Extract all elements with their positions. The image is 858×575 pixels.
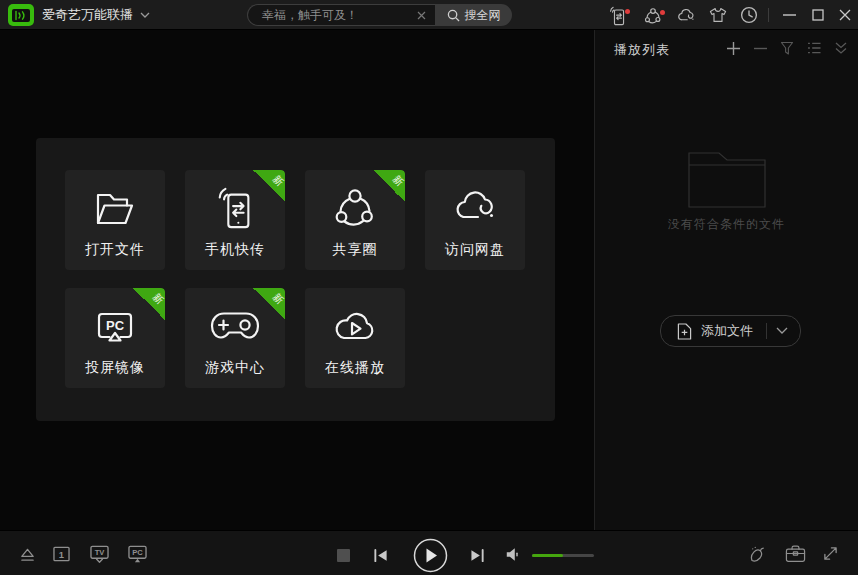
tile-open-file[interactable]: 打开文件: [65, 170, 165, 270]
maximize-button[interactable]: [812, 9, 824, 21]
tile-game-center[interactable]: 游戏中心 新: [185, 288, 285, 388]
volume-fill: [532, 554, 563, 557]
playback-speed-icon[interactable]: 1: [53, 546, 70, 562]
eject-icon[interactable]: [19, 547, 36, 562]
titlebar: 爱奇艺万能联播 幸福，触手可及！ 搜全网: [0, 0, 858, 30]
volume-slider[interactable]: [532, 554, 594, 557]
tile-label: 手机快传: [185, 241, 285, 259]
search-button-label: 搜全网: [465, 7, 501, 24]
tile-screen-mirror[interactable]: PC 投屏镜像 新: [65, 288, 165, 388]
search-input[interactable]: 幸福，触手可及！: [247, 4, 435, 26]
close-button[interactable]: [839, 9, 851, 21]
fullscreen-icon[interactable]: [823, 546, 838, 561]
new-badge: 新: [133, 288, 165, 320]
notification-dot: [660, 10, 665, 15]
tv-cast-icon[interactable]: TV: [90, 545, 109, 563]
titlebar-divider: [768, 8, 769, 22]
speaker-icon[interactable]: [505, 547, 521, 562]
add-file-label: 添加文件: [701, 322, 753, 340]
double-chevron-down-icon[interactable]: [834, 41, 848, 55]
tile-label: 投屏镜像: [65, 359, 165, 377]
play-button[interactable]: [413, 538, 448, 573]
chevron-down-icon[interactable]: [776, 327, 788, 335]
tile-label: 访问网盘: [425, 241, 525, 259]
playlist-empty-state: 没有符合条件的文件: [595, 148, 858, 233]
minimize-button[interactable]: [783, 14, 796, 16]
empty-folder-icon: [688, 148, 766, 208]
app-title: 爱奇艺万能联播: [42, 6, 133, 24]
list-view-icon[interactable]: [807, 41, 821, 55]
toolbox-icon[interactable]: [785, 544, 806, 563]
add-file-button[interactable]: 添加文件: [660, 315, 801, 347]
new-badge: 新: [373, 170, 405, 202]
app-window: 爱奇艺万能联播 幸福，触手可及！ 搜全网: [0, 0, 858, 575]
tile-label: 共享圈: [305, 241, 405, 259]
chevron-down-icon: [140, 12, 150, 19]
pepper-icon[interactable]: [749, 545, 765, 563]
skin-shirt-icon[interactable]: [709, 7, 727, 23]
tile-cloud-disk[interactable]: 访问网盘: [425, 170, 525, 270]
tile-label: 游戏中心: [185, 359, 285, 377]
svg-text:PC: PC: [106, 318, 125, 333]
notification-dot: [625, 9, 630, 14]
new-badge: 新: [253, 170, 285, 202]
filter-funnel-icon[interactable]: [780, 41, 794, 55]
cloud-disk-icon: [425, 178, 525, 238]
minus-icon[interactable]: [753, 41, 767, 55]
svg-text:TV: TV: [95, 548, 105, 557]
search-bar: 幸福，触手可及！ 搜全网: [247, 4, 512, 26]
previous-icon[interactable]: [373, 548, 388, 563]
cloud-disk-icon[interactable]: [676, 8, 696, 24]
history-clock-icon[interactable]: [740, 6, 758, 24]
svg-text:PC: PC: [132, 548, 143, 557]
app-logo-icon: [8, 4, 34, 26]
player-control-bar: 1 TV PC: [0, 530, 858, 575]
pc-cast-icon[interactable]: PC: [128, 545, 147, 563]
tile-online-play[interactable]: 在线播放: [305, 288, 405, 388]
next-icon[interactable]: [470, 548, 485, 563]
playlist-title: 播放列表: [614, 41, 670, 59]
quick-actions-panel: 打开文件 手机快传 新: [36, 138, 555, 421]
clear-search-icon[interactable]: [417, 11, 426, 20]
phone-transfer-icon[interactable]: [608, 6, 627, 26]
share-circle-icon[interactable]: [644, 7, 662, 25]
plus-icon[interactable]: [726, 41, 740, 55]
tile-phone-transfer[interactable]: 手机快传 新: [185, 170, 285, 270]
folder-open-icon: [65, 178, 165, 238]
cloud-play-icon: [305, 296, 405, 356]
empty-state-text: 没有符合条件的文件: [668, 216, 785, 233]
app-title-menu[interactable]: 爱奇艺万能联播: [42, 0, 150, 30]
svg-text:1: 1: [59, 549, 64, 560]
new-badge: 新: [253, 288, 285, 320]
button-divider: [766, 323, 767, 339]
tile-label: 在线播放: [305, 359, 405, 377]
search-placeholder: 幸福，触手可及！: [262, 7, 358, 24]
search-button[interactable]: 搜全网: [435, 4, 512, 26]
search-icon: [447, 9, 460, 22]
main-area: 打开文件 手机快传 新: [0, 30, 594, 530]
playlist-panel: 播放列表 没有符合条件的文件: [594, 30, 858, 530]
tile-share-circle[interactable]: 共享圈 新: [305, 170, 405, 270]
stop-icon[interactable]: [337, 549, 350, 562]
file-plus-icon: [677, 323, 692, 340]
tile-label: 打开文件: [65, 241, 165, 259]
